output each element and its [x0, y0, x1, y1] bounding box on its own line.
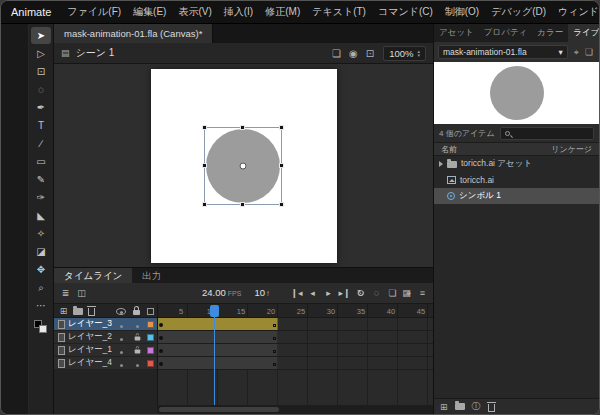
brush-tool[interactable]: ✑	[31, 189, 51, 206]
layer-outline-color[interactable]	[147, 334, 154, 341]
subselection-tool[interactable]: ▷	[31, 45, 51, 62]
new-layer-folder-button[interactable]	[71, 305, 84, 317]
layer-lock-toggle[interactable]	[131, 333, 144, 341]
layer-visibility-toggle[interactable]	[115, 334, 128, 341]
layer-visibility-toggle[interactable]	[115, 347, 128, 354]
frame-span[interactable]	[158, 318, 278, 330]
eraser-tool[interactable]: ◪	[31, 243, 51, 260]
pin-library-button[interactable]: ⌖	[572, 47, 581, 58]
onion-skin-outlines-button[interactable]: ◌	[369, 285, 384, 301]
delete-item-button[interactable]	[488, 402, 495, 412]
go-to-last-frame-button[interactable]: ▸❙	[337, 285, 352, 301]
document-tab[interactable]: mask-animation-01.fla (Canvas)*	[54, 24, 213, 43]
menu-item[interactable]: テキスト(T)	[306, 1, 372, 23]
timeline-scrollbar[interactable]	[157, 405, 433, 414]
step-back-button[interactable]: ◂	[305, 285, 320, 301]
rectangle-tool[interactable]: ▭	[31, 153, 51, 170]
new-symbol-button[interactable]: ⊞	[440, 402, 448, 412]
menu-item[interactable]: デバッグ(D)	[485, 1, 552, 23]
menu-item[interactable]: ファイル(F)	[61, 1, 127, 23]
frame-view-button[interactable]: ▤	[399, 285, 414, 301]
menu-item[interactable]: 修正(M)	[259, 1, 306, 23]
library-item-symbol-1[interactable]: シンボル 1	[434, 188, 599, 204]
tab-assets[interactable]: アセット	[434, 24, 479, 42]
resize-handle[interactable]	[279, 163, 284, 168]
tab-library[interactable]: ライブラリ	[568, 24, 600, 42]
clip-content-button[interactable]: ⊡	[366, 48, 374, 59]
layer-visibility-toggle[interactable]	[115, 360, 128, 367]
camera-toggle-button[interactable]: ◫	[74, 285, 89, 301]
menu-item[interactable]: ウィンドウ(W)	[552, 1, 600, 23]
transformation-point[interactable]	[239, 162, 246, 169]
new-folder-button[interactable]	[455, 403, 465, 410]
eyedropper-tool[interactable]: ✧	[31, 225, 51, 242]
stage[interactable]	[54, 64, 433, 267]
lock-all-layers-button[interactable]	[133, 307, 140, 317]
layer-lock-toggle[interactable]	[131, 360, 144, 367]
frame-row[interactable]	[158, 318, 433, 331]
pencil-tool[interactable]: ✎	[31, 171, 51, 188]
menu-item[interactable]: 編集(E)	[127, 1, 172, 23]
onion-skin-button[interactable]: ⊙	[353, 285, 368, 301]
resize-handle[interactable]	[240, 125, 245, 130]
current-frame-value[interactable]: 10	[254, 287, 265, 298]
zoom-tool[interactable]: ⌕	[31, 279, 51, 296]
resize-handle[interactable]	[279, 125, 284, 130]
selection-tool[interactable]: ➤	[31, 27, 51, 44]
show-hide-all-layers-button[interactable]	[116, 307, 126, 317]
layer-lock-toggle[interactable]	[131, 321, 144, 328]
canvas[interactable]	[151, 69, 337, 263]
layer-outline-color[interactable]	[147, 360, 154, 367]
resize-handle[interactable]	[240, 202, 245, 207]
tab-color[interactable]: カラー	[532, 24, 568, 42]
tab-output[interactable]: 出力	[132, 268, 171, 283]
menu-item[interactable]: コマンド(C)	[372, 1, 439, 23]
timeline-options-button[interactable]: ≡	[415, 285, 430, 301]
paint-bucket-tool[interactable]: ◣	[31, 207, 51, 224]
frame-row[interactable]	[158, 344, 433, 357]
layer-controls-button[interactable]: ≣	[58, 285, 73, 301]
layer-row[interactable]: レイヤー_1	[54, 344, 157, 357]
menu-item[interactable]: 表示(V)	[172, 1, 217, 23]
layer-row[interactable]: レイヤー_3	[54, 318, 157, 331]
edit-multiple-frames-button[interactable]: ❏	[385, 285, 400, 301]
column-header-linkage[interactable]: リンケージ	[551, 144, 592, 155]
layer-row[interactable]: レイヤー_4	[54, 357, 157, 370]
selection-bounding-box[interactable]	[204, 127, 282, 205]
item-properties-button[interactable]: ⓘ	[472, 400, 481, 413]
fps-value[interactable]: 24.00	[202, 287, 226, 298]
menu-item[interactable]: 挿入(I)	[218, 1, 259, 23]
lasso-tool[interactable]: ◌	[31, 81, 51, 98]
library-item-toricchai[interactable]: toricch.ai	[434, 172, 599, 188]
frame-row[interactable]	[158, 331, 433, 344]
delete-layer-button[interactable]	[85, 305, 98, 317]
new-layer-button[interactable]: ⊞	[57, 305, 70, 317]
new-library-panel-button[interactable]: ❏	[583, 47, 595, 58]
go-to-first-frame-button[interactable]: ❙◂	[289, 285, 304, 301]
text-tool[interactable]: T	[31, 117, 51, 134]
layer-lock-toggle[interactable]	[131, 346, 144, 354]
outline-all-layers-button[interactable]	[147, 307, 154, 317]
more-tools-button[interactable]: ⋯	[31, 297, 51, 314]
fill-color-swatch[interactable]	[39, 325, 47, 333]
expand-arrow-icon[interactable]	[439, 161, 443, 167]
tab-properties[interactable]: プロパティ	[479, 24, 533, 42]
library-item-toricchai-assets[interactable]: toricch.ai アセット	[434, 156, 599, 172]
resize-handle[interactable]	[279, 202, 284, 207]
scrollbar-thumb[interactable]	[159, 407, 279, 412]
timeline-frames[interactable]	[157, 318, 433, 405]
layer-row[interactable]: レイヤー_2	[54, 331, 157, 344]
zoom-control[interactable]: 100% ▴ ▾	[383, 46, 426, 61]
camera-button[interactable]: ◉	[349, 48, 358, 59]
layer-outline-color[interactable]	[147, 321, 154, 328]
zoom-spinner[interactable]: ▴ ▾	[417, 49, 420, 57]
scene-name[interactable]: シーン 1	[76, 46, 115, 60]
resize-handle[interactable]	[202, 163, 207, 168]
layer-outline-color[interactable]	[147, 347, 154, 354]
resize-handle[interactable]	[202, 202, 207, 207]
column-header-name[interactable]: 名前	[441, 144, 457, 155]
frame-span[interactable]	[158, 331, 278, 343]
library-document-select[interactable]: mask-animation-01.fla ▾	[438, 45, 568, 59]
color-swatches[interactable]	[34, 320, 49, 334]
free-transform-tool[interactable]: ⊡	[31, 63, 51, 80]
